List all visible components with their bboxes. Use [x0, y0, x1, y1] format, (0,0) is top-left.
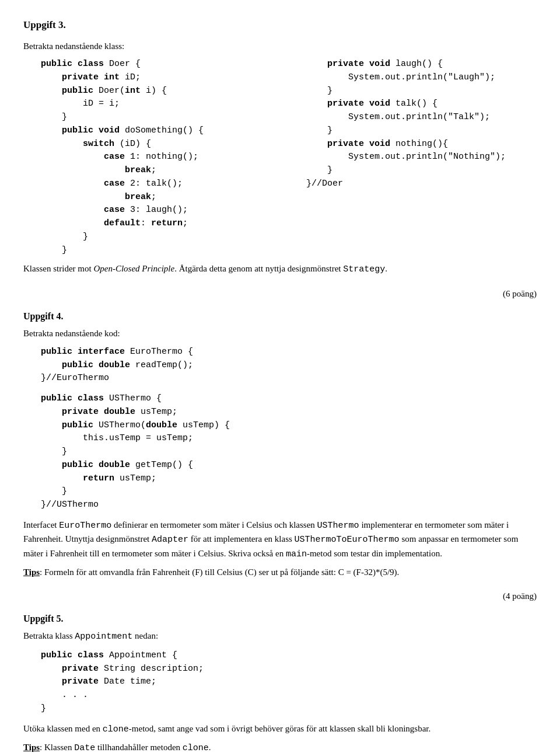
task4-intro: Betrakta nedanstående kod: [23, 327, 537, 340]
code-line: switch (iD) { [41, 137, 271, 151]
code-line: break; [41, 190, 271, 204]
code-line: return usTemp; [41, 472, 537, 485]
code-line: } [41, 243, 271, 257]
tips-code1: Date [74, 743, 95, 753]
desc-code3: Adapter [152, 535, 188, 545]
desc-text4: för att implementera en klass [188, 534, 295, 544]
task3-code-columns: public class Doer { private int iD; publ… [41, 57, 537, 256]
principle-end: . [385, 264, 387, 273]
code-line: public Doer(int i) { [41, 84, 271, 97]
task5-title: Uppgift 5. [23, 612, 537, 626]
code-line: } [41, 485, 537, 498]
task5-section: Uppgift 5. Betrakta klass Appointment ne… [23, 612, 537, 755]
code-line: public void doSomething() { [41, 124, 271, 137]
intro-code: Appointment [75, 632, 132, 642]
task3-title: Uppgift 3. [23, 18, 537, 33]
task3-code-left: public class Doer { private int iD; publ… [41, 57, 271, 256]
principle-text2: . Åtgärda detta genom att nyttja designm… [174, 264, 343, 273]
intro-text: Betrakta klass [23, 631, 75, 640]
code-line: } [41, 445, 537, 458]
code-line: }//USThermo [41, 498, 537, 511]
code-line: private void laugh() { [306, 57, 537, 71]
code-line: } [41, 702, 537, 715]
task3-points: (6 poäng) [23, 287, 537, 301]
task4-code-block1: public interface EuroThermo { public dou… [41, 345, 537, 385]
desc-code5: main [286, 549, 307, 559]
code-line: } [41, 110, 271, 124]
task5-tips: Tips: Klassen Date tillhandahåller metod… [23, 741, 537, 755]
desc-code4: USThermoToEuroThermo [295, 535, 400, 545]
code-line: default: return; [41, 217, 271, 230]
code-line: iD = i; [41, 97, 271, 110]
tips-text: : Formeln för att omvandla från Fahrenhe… [40, 567, 399, 577]
task3-section: Uppgift 3. Betrakta nedanstående klass: … [23, 18, 537, 277]
code-line: } [306, 124, 537, 137]
desc-text2: definierar en termometer som mäter i Cel… [111, 520, 317, 529]
code-line: } [306, 163, 537, 177]
desc-text2: -metod, samt ange vad som i övrigt behöv… [129, 724, 430, 733]
code-line: public class USThermo { [41, 392, 537, 405]
tips-label: Tips [23, 567, 40, 577]
task3-intro: Betrakta nedanstående klass: [23, 40, 537, 53]
code-line: System.out.println("Nothing"); [306, 150, 537, 163]
tips-end: . [209, 743, 211, 752]
code-line: } [306, 84, 537, 97]
principle-text1: Klassen strider mot [23, 264, 93, 273]
task4-points: (4 poäng) [23, 590, 537, 603]
code-line: case 3: laugh(); [41, 203, 271, 217]
desc-code2: USThermo [317, 521, 359, 531]
principle-code: Strategy [343, 264, 385, 274]
code-line: private double usTemp; [41, 405, 537, 419]
task3-code-right: private void laugh() { System.out.printl… [306, 57, 537, 256]
code-line: private void talk() { [306, 97, 537, 110]
task5-description: Utöka klassen med en clone-metod, samt a… [23, 722, 537, 737]
tips-code2: clone [183, 743, 209, 753]
code-line: public USThermo(double usTemp) { [41, 419, 537, 432]
code-line: . . . [41, 688, 537, 702]
task3-principle: Klassen strider mot Open-Closed Principl… [23, 262, 537, 277]
desc-code1: EuroThermo [59, 521, 111, 531]
task5-intro: Betrakta klass Appointment nedan: [23, 629, 537, 644]
code-line: System.out.println("Laugh"); [306, 71, 537, 84]
code-line: public class Doer { [41, 57, 271, 71]
code-line: public double readTemp(); [41, 358, 537, 372]
code-line: case 2: talk(); [41, 177, 271, 190]
code-line: break; [41, 163, 271, 177]
principle-italic: Open-Closed Principle [93, 264, 174, 273]
tips-text1: : Klassen [40, 743, 74, 752]
code-line: private String description; [41, 662, 537, 675]
code-line: } [41, 230, 271, 243]
code-line: System.out.println("Talk"); [306, 110, 537, 124]
intro-end: nedan: [132, 631, 158, 640]
desc-text1: Utöka klassen med en [23, 724, 103, 733]
tips-text2: tillhandahåller metoden [95, 743, 183, 752]
task4-section: Uppgift 4. Betrakta nedanstående kod: pu… [23, 309, 537, 579]
code-line: public double getTemp() { [41, 458, 537, 472]
tips-label: Tips [23, 743, 40, 752]
task4-description: Interfacet EuroThermo definierar en term… [23, 518, 537, 562]
task4-title: Uppgift 4. [23, 309, 537, 323]
code-line: this.usTemp = usTemp; [41, 431, 537, 445]
code-line: public class Appointment { [41, 649, 537, 662]
code-line: private Date time; [41, 675, 537, 688]
code-line: }//EuroThermo [41, 371, 537, 385]
task4-code-block2: public class USThermo { private double u… [41, 392, 537, 511]
code-line: private int iD; [41, 71, 271, 84]
code-line: }//Doer [306, 177, 537, 190]
task5-code-block: public class Appointment { private Strin… [41, 649, 537, 715]
code-line: public interface EuroThermo { [41, 345, 537, 358]
desc-text6: -metod som testar din implementation. [307, 549, 442, 558]
task4-tips: Tips: Formeln för att omvandla från Fahr… [23, 566, 537, 579]
code-line: private void nothing(){ [306, 137, 537, 151]
code-line: case 1: nothing(); [41, 150, 271, 163]
desc-code1: clone [103, 724, 129, 734]
desc-text1: Interfacet [23, 520, 59, 529]
